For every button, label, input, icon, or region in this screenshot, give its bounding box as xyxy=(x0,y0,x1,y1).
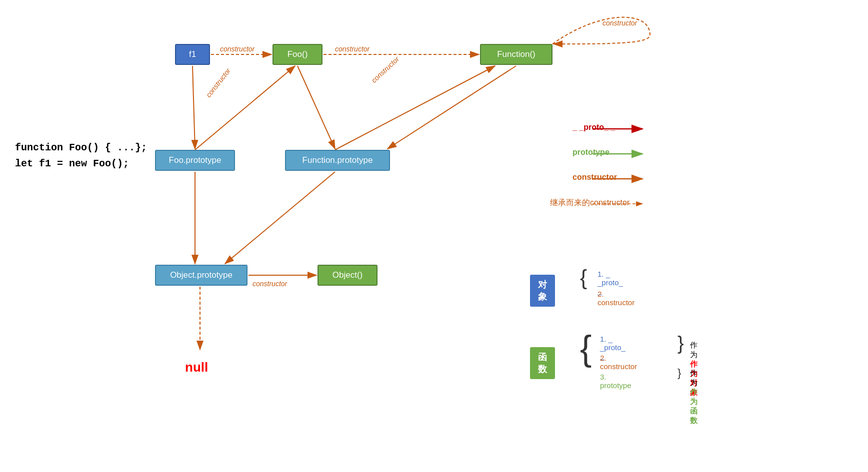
svg-line-14 xyxy=(225,172,335,264)
legend-constructor-item: constructor xyxy=(572,173,617,182)
code-text: function Foo() { ...}; let f1 = new Foo(… xyxy=(15,140,147,172)
legend-as-function-label: 作为作为函数 xyxy=(690,369,698,426)
svg-line-12 xyxy=(388,66,516,149)
arrow-label-function-self: constructor xyxy=(602,19,637,27)
svg-line-10 xyxy=(192,66,195,149)
legend-object-brace: { xyxy=(580,267,587,288)
arrow-label-objprototype-object: constructor xyxy=(252,280,287,288)
legend-function-brace: { xyxy=(580,331,592,366)
svg-line-11 xyxy=(298,66,335,149)
legend-inherited-item: 继承而来的constructor xyxy=(550,198,630,208)
svg-line-7 xyxy=(335,66,495,150)
null-text: null xyxy=(185,360,208,375)
box-f1: f1 xyxy=(175,44,210,65)
box-foo-prototype: Foo.prototype xyxy=(155,150,235,171)
arrow-label-funcprototype-function: constructor xyxy=(370,55,401,84)
legend-function-box: 函数 xyxy=(530,347,555,379)
arrows-svg: Foo() horizontal dashed --> Function() h… xyxy=(0,0,868,472)
legend-as-object-brace: } xyxy=(678,334,684,353)
arrow-label-foo-function: constructor xyxy=(335,45,370,53)
box-object-prototype: Object.prototype xyxy=(155,265,248,286)
arrow-label-f1-foo: constructor xyxy=(220,45,254,53)
legend-as-function-brace: } xyxy=(678,368,681,379)
arrow-label-fooprototype-foo: constructor xyxy=(204,67,232,99)
legend-object-prop2: 2. constructor xyxy=(598,290,634,307)
legend-prototype-item: prototype xyxy=(572,148,610,157)
box-object: Object() xyxy=(318,265,378,286)
box-function-prototype: Function.prototype xyxy=(285,150,390,171)
legend-object-box: 对象 xyxy=(530,275,555,307)
diagram-container: Foo() horizontal dashed --> Function() h… xyxy=(0,0,868,472)
legend-func-prop3: 3. prototype xyxy=(600,373,632,390)
legend-func-prop2: 2. constructor xyxy=(600,354,637,371)
svg-line-6 xyxy=(195,66,295,150)
box-function: Function() xyxy=(480,44,552,65)
box-foo: Foo() xyxy=(272,44,322,65)
legend-proto-item: _ _proto_ _ xyxy=(572,123,615,132)
